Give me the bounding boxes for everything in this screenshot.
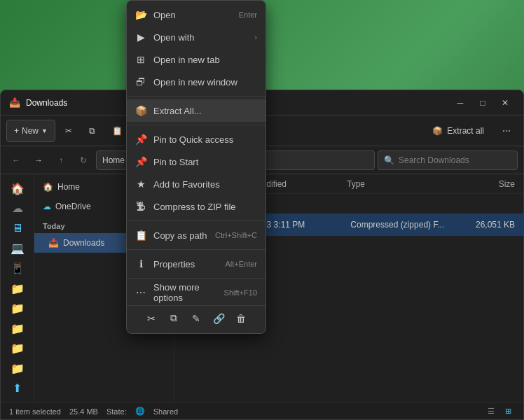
copy-button[interactable]: ⧉	[82, 120, 102, 142]
onedrive-label: OneDrive	[55, 202, 91, 211]
new-label: New	[22, 126, 39, 136]
paste-icon: 📋	[112, 126, 123, 136]
downloads-icon: 📥	[9, 97, 20, 108]
search-placeholder: Search Downloads	[399, 155, 469, 165]
properties-shortcut: Alt+Enter	[225, 260, 257, 268]
up-button[interactable]: ↑	[51, 150, 71, 170]
context-extract-all[interactable]: 📦 Extract All...	[127, 99, 266, 122]
context-open-new-window[interactable]: 🗗 Open in new window	[127, 71, 266, 93]
pin-start-icon: 📌	[135, 156, 146, 167]
close-button[interactable]: ✕	[495, 96, 515, 110]
back-icon: ←	[12, 155, 20, 165]
sidebar-onedrive-icon[interactable]: ☁	[5, 200, 30, 218]
context-compress-zip[interactable]: 🗜 Compress to ZIP file	[127, 195, 266, 218]
sidebar-folder1-icon[interactable]: 📁	[5, 280, 30, 298]
cut-icon: ✂	[65, 126, 72, 136]
downloads-folder-icon: 📥	[48, 238, 59, 248]
open-new-window-label: Open in new window	[153, 77, 257, 88]
context-open-with[interactable]: ▶ Open with ›	[127, 26, 266, 48]
show-more-label: Show more options	[153, 282, 217, 303]
back-button[interactable]: ←	[6, 150, 26, 170]
home-label: Home	[57, 182, 80, 192]
properties-icon: ℹ	[135, 258, 146, 270]
pin-quick-access-label: Pin to Quick access	[153, 134, 257, 145]
header-size: Size	[459, 179, 515, 189]
context-properties[interactable]: ℹ Properties Alt+Enter	[127, 253, 266, 275]
context-open[interactable]: 📂 Open Enter	[127, 4, 266, 26]
mini-delete-button[interactable]: 🗑	[231, 309, 251, 328]
sidebar-folder4-icon[interactable]: 📁	[5, 340, 30, 357]
context-add-favorites[interactable]: ★ Add to Favorites	[127, 173, 266, 195]
extract-label: Extract all	[447, 126, 484, 136]
extract-icon: 📦	[432, 126, 443, 136]
extract-all-button[interactable]: 📦 Extract all	[424, 120, 492, 142]
sidebar-folder3-icon[interactable]: 📁	[5, 320, 30, 337]
desktop: 📥 Downloads ─ □ ✕ + New ▼ ✂ ⧉ 📋	[0, 0, 524, 420]
sidebar-folder5-icon[interactable]: 📁	[5, 360, 30, 377]
more-options-button[interactable]: ⋯	[495, 120, 518, 142]
home-icon: 🏠	[43, 182, 53, 192]
pin-start-label: Pin to Start	[153, 157, 257, 167]
sidebar-phone-icon[interactable]: 📱	[5, 260, 30, 277]
open-label: Open	[153, 10, 232, 20]
item-size: 25.4 MB	[69, 407, 98, 416]
context-show-more[interactable]: ⋯ Show more options Shift+F10	[127, 281, 266, 304]
mini-cut-button[interactable]: ✂	[142, 309, 161, 328]
open-with-label: Open with	[153, 32, 247, 43]
minimize-button[interactable]: ─	[450, 96, 470, 110]
state-value: Shared	[153, 407, 178, 416]
add-favorites-label: Add to Favorites	[153, 179, 257, 190]
view-controls: ☰ ⊞	[484, 405, 515, 418]
pin-quick-access-icon: 📌	[135, 134, 146, 145]
state-label: State:	[106, 407, 127, 416]
copy-path-icon: 📋	[135, 230, 146, 241]
separator-4	[127, 249, 266, 250]
maximize-button[interactable]: □	[473, 96, 492, 110]
more-icon: ⋯	[502, 126, 511, 136]
open-with-icon: ▶	[135, 31, 146, 43]
sidebar-settings-icon[interactable]: ⬆	[5, 379, 30, 397]
extract-all-icon: 📦	[135, 105, 146, 116]
separator-3	[127, 220, 266, 221]
file-size: 26,051 KB	[460, 220, 515, 230]
copy-path-label: Copy as path	[153, 230, 208, 241]
context-open-new-tab[interactable]: ⊞ Open in new tab	[127, 48, 266, 71]
header-type: Type	[347, 179, 459, 189]
context-menu: 📂 Open Enter ▶ Open with › ⊞ Open in new…	[126, 0, 266, 334]
separator-1	[127, 96, 266, 97]
separator-5	[127, 278, 266, 279]
search-box[interactable]: 🔍 Search Downloads	[378, 150, 518, 170]
new-icon: +	[14, 126, 19, 136]
mini-share-button[interactable]: 🔗	[209, 309, 228, 328]
forward-button[interactable]: →	[29, 150, 48, 170]
item-count: 1 item selected	[9, 407, 61, 416]
sidebar-home-icon[interactable]: 🏠	[5, 180, 30, 197]
sidebar-pc-icon[interactable]: 💻	[5, 240, 30, 258]
open-new-tab-label: Open in new tab	[153, 55, 257, 65]
copy-icon: ⧉	[89, 126, 95, 136]
mini-copy-button[interactable]: ⧉	[164, 309, 184, 328]
context-copy-as-path[interactable]: 📋 Copy as path Ctrl+Shift+C	[127, 224, 266, 246]
sidebar-folder2-icon[interactable]: 📁	[5, 300, 30, 317]
context-pin-quick-access[interactable]: 📌 Pin to Quick access	[127, 128, 266, 150]
new-button[interactable]: + New ▼	[6, 120, 55, 142]
refresh-button[interactable]: ↻	[74, 150, 93, 170]
open-with-arrow: ›	[254, 33, 257, 41]
new-chevron-icon: ▼	[41, 127, 48, 134]
copy-path-shortcut: Ctrl+Shift+C	[215, 231, 257, 239]
sidebar-desktop-icon[interactable]: 🖥	[5, 220, 30, 237]
open-new-window-icon: 🗗	[135, 76, 146, 88]
more-options-icon: ⋯	[135, 287, 146, 298]
cut-button[interactable]: ✂	[58, 120, 79, 142]
mini-rename-button[interactable]: ✎	[186, 309, 206, 328]
state-icon: 🌐	[135, 407, 145, 416]
status-bar: 1 item selected 25.4 MB State: 🌐 Shared …	[1, 402, 523, 419]
open-icon: 📂	[135, 9, 146, 20]
path-home: Home	[102, 155, 125, 165]
open-new-tab-icon: ⊞	[135, 54, 146, 65]
list-view-button[interactable]: ☰	[484, 405, 498, 418]
open-shortcut: Enter	[239, 10, 257, 19]
details-view-button[interactable]: ⊞	[501, 405, 515, 418]
forward-icon: →	[34, 155, 43, 165]
context-pin-start[interactable]: 📌 Pin to Start	[127, 150, 266, 173]
